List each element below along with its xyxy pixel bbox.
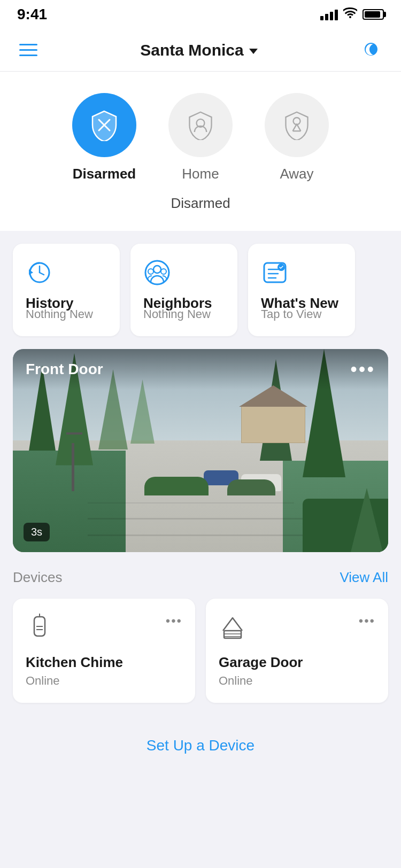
navbar: Santa Monica xyxy=(0,29,401,72)
disarmed-shield-icon xyxy=(88,109,120,141)
camera-more-button[interactable]: ••• xyxy=(350,360,375,379)
wifi-icon xyxy=(343,7,357,21)
history-icon xyxy=(26,259,53,286)
garage-icon xyxy=(219,614,246,641)
security-modes: Disarmed Home A xyxy=(19,93,382,182)
garage-door-status: Online xyxy=(219,674,375,688)
devices-grid: ••• Kitchen Chime Online ••• Garage Door… xyxy=(13,599,388,703)
mode-away[interactable]: Away xyxy=(265,93,329,182)
home-label: Home xyxy=(182,166,219,182)
device-card-kitchen-chime[interactable]: ••• Kitchen Chime Online xyxy=(13,599,195,703)
devices-section: Devices View All ••• Kitchen Chime Onlin… xyxy=(0,552,401,720)
chime-icon xyxy=(26,614,53,641)
history-card[interactable]: History Nothing New xyxy=(13,244,120,336)
devices-header: Devices View All xyxy=(13,569,388,586)
quick-actions: History Nothing New Neighbors Nothing Ne… xyxy=(0,231,401,349)
garage-door-more-button[interactable]: ••• xyxy=(359,614,375,629)
status-time: 9:41 xyxy=(17,6,47,23)
setup-device-link[interactable]: Set Up a Device xyxy=(0,720,401,771)
device-card-garage-door[interactable]: ••• Garage Door Online xyxy=(206,599,388,703)
away-label: Away xyxy=(280,166,313,182)
camera-section[interactable]: Front Door ••• 3s xyxy=(13,349,388,552)
svg-point-8 xyxy=(153,266,161,273)
kitchen-chime-status: Online xyxy=(26,674,182,688)
neighbors-subtitle: Nothing New xyxy=(143,307,225,321)
away-circle xyxy=(265,93,329,157)
svg-point-10 xyxy=(161,269,166,274)
location-name: Santa Monica xyxy=(140,41,243,59)
disarmed-label: Disarmed xyxy=(73,166,136,182)
status-icons xyxy=(320,7,384,21)
status-bar: 9:41 xyxy=(0,0,401,29)
kitchen-chime-more-button[interactable]: ••• xyxy=(166,614,182,629)
mode-disarmed[interactable]: Disarmed xyxy=(72,93,136,182)
camera-name: Front Door xyxy=(26,361,103,378)
security-section: Disarmed Home A xyxy=(0,72,401,231)
camera-feed: Front Door ••• 3s xyxy=(13,349,388,552)
menu-button[interactable] xyxy=(19,44,37,56)
camera-overlay: Front Door ••• xyxy=(13,349,388,390)
night-mode-button[interactable] xyxy=(360,38,382,62)
whats-new-card[interactable]: What's New Tap to View xyxy=(248,244,355,336)
home-shield-icon xyxy=(186,110,215,140)
svg-rect-20 xyxy=(224,631,241,638)
location-dropdown-arrow xyxy=(249,49,258,54)
disarmed-circle xyxy=(72,93,136,157)
neighbors-icon xyxy=(143,259,171,286)
history-subtitle: Nothing New xyxy=(26,307,107,321)
location-selector[interactable]: Santa Monica xyxy=(140,41,257,59)
view-all-button[interactable]: View All xyxy=(340,569,388,586)
mode-home[interactable]: Home xyxy=(168,93,233,182)
whats-new-icon xyxy=(261,259,289,286)
home-circle xyxy=(168,93,233,157)
signal-icon xyxy=(320,9,338,20)
devices-section-title: Devices xyxy=(13,569,62,586)
camera-duration-badge: 3s xyxy=(24,523,50,541)
security-status-text: Disarmed xyxy=(19,195,382,212)
svg-point-9 xyxy=(148,269,153,274)
kitchen-chime-name: Kitchen Chime xyxy=(26,654,182,671)
battery-icon xyxy=(363,9,384,20)
night-mode-icon xyxy=(360,38,382,60)
garage-door-name: Garage Door xyxy=(219,654,375,671)
neighbors-card[interactable]: Neighbors Nothing New xyxy=(130,244,237,336)
away-shield-icon xyxy=(282,110,312,140)
